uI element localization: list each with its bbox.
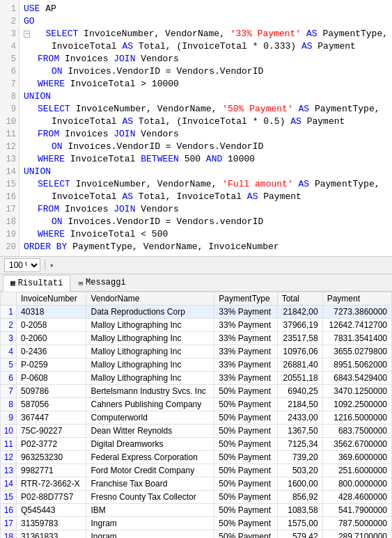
- cell-payment: 3655.0279800: [322, 345, 391, 358]
- code-line-13: WHERE InvoiceTotal BETWEEN 500 AND 10000: [19, 153, 392, 166]
- code-line-14: UNION: [19, 166, 392, 178]
- col-vendor-name: VendorName: [86, 292, 214, 306]
- row-number: 5: [1, 358, 17, 372]
- cell-invoice-number: 587056: [17, 398, 86, 411]
- tab-messaggi[interactable]: ✉ Messaggi: [70, 274, 133, 291]
- row-number: 17: [1, 517, 17, 530]
- row-number: 14: [1, 477, 17, 491]
- table-row[interactable]: 16Q545443IBM50% Payment1083,58541.790000…: [1, 504, 392, 517]
- cell-invoice-number: 9982771: [17, 464, 86, 477]
- cell-payment-type: 50% Payment: [214, 530, 277, 539]
- cell-invoice-number: 0-2436: [17, 345, 86, 358]
- cell-total: 503,20: [277, 464, 322, 477]
- cell-vendor-name: Computerworld: [86, 411, 214, 425]
- cell-invoice-number: Q545443: [17, 504, 86, 517]
- code-line-18: ON Invoices.VendorID = Vendors.vendorID: [19, 216, 392, 228]
- row-number: 2: [1, 319, 17, 332]
- tab-bar: ▦ Risultati ✉ Messaggi: [0, 274, 392, 292]
- tab-risultati[interactable]: ▦ Risultati: [3, 275, 70, 292]
- row-number: 7: [1, 385, 17, 398]
- table-row[interactable]: 6P-0608Malloy Lithographing Inc33% Payme…: [1, 372, 392, 385]
- table-row[interactable]: 8587056Cahners Publishing Company50% Pay…: [1, 398, 392, 411]
- table-row[interactable]: 14RTR-72-3662-XFranchise Tax Board50% Pa…: [1, 477, 392, 491]
- table-row[interactable]: 11P02-3772Digital Dreamworks50% Payment7…: [1, 438, 392, 451]
- tab-risultati-label: Risultati: [18, 278, 63, 288]
- cell-invoice-number: P02-3772: [17, 438, 86, 451]
- code-line-19: WHERE InvoiceTotal < 500: [19, 228, 392, 241]
- table-row[interactable]: 140318Data Reproductions Corp33% Payment…: [1, 306, 392, 319]
- table-row[interactable]: 15P02-88D77S7Fresno County Tax Collector…: [1, 491, 392, 504]
- row-number: 12: [1, 451, 17, 464]
- toolbar-icon: ▾: [49, 261, 54, 270]
- cell-vendor-name: Malloy Lithographing Inc: [86, 372, 214, 385]
- table-row[interactable]: 12963253230Federal Express Corporation50…: [1, 451, 392, 464]
- cell-total: 1575,00: [277, 517, 322, 530]
- cell-payment: 7831.3541400: [322, 332, 391, 345]
- cell-invoice-number: 75C-90227: [17, 425, 86, 438]
- table-row[interactable]: 5P-0259Malloy Lithographing Inc33% Payme…: [1, 358, 392, 372]
- code-line-7: WHERE InvoiceTotal > 10000: [19, 78, 392, 90]
- cell-vendor-name: Digital Dreamworks: [86, 438, 214, 451]
- code-content: USE AP GO − SELECT InvoiceNumber, Vendor…: [19, 0, 392, 256]
- cell-payment-type: 50% Payment: [214, 411, 277, 425]
- row-number: 10: [1, 425, 17, 438]
- code-line-4: InvoiceTotal AS Total, (InvoiceTotal * 0…: [19, 40, 392, 53]
- cell-payment: 12642.7412700: [322, 319, 391, 332]
- table-row[interactable]: 1831361833Ingram50% Payment579,42289.710…: [1, 530, 392, 539]
- cell-vendor-name: Malloy Lithographing Inc: [86, 332, 214, 345]
- cell-invoice-number: P02-88D77S7: [17, 491, 86, 504]
- zoom-select[interactable]: 100 % 75 % 150 %: [4, 258, 40, 272]
- table-row[interactable]: 9367447Computerworld50% Payment2433,0012…: [1, 411, 392, 425]
- cell-payment: 3562.6700000: [322, 438, 391, 451]
- cell-payment: 6843.5429400: [322, 372, 391, 385]
- cell-invoice-number: 0-2058: [17, 319, 86, 332]
- cell-total: 856,92: [277, 491, 322, 504]
- cell-payment: 541.7900000: [322, 504, 391, 517]
- cell-total: 23517,58: [277, 332, 322, 345]
- results-area[interactable]: InvoiceNumber VendorName PaymentType Tot…: [0, 292, 392, 538]
- cell-invoice-number: 31361833: [17, 530, 86, 539]
- table-row[interactable]: 20-2058Malloy Lithographing Inc33% Payme…: [1, 319, 392, 332]
- cell-total: 37966,19: [277, 319, 322, 332]
- cell-payment-type: 33% Payment: [214, 332, 277, 345]
- col-total: Total: [277, 292, 322, 306]
- grid-icon: ▦: [10, 278, 15, 287]
- cell-payment: 683.7500000: [322, 425, 391, 438]
- cell-payment-type: 50% Payment: [214, 438, 277, 451]
- table-row[interactable]: 40-2436Malloy Lithographing Inc33% Payme…: [1, 345, 392, 358]
- cell-total: 20551,18: [277, 372, 322, 385]
- row-number: 9: [1, 411, 17, 425]
- cell-invoice-number: 509786: [17, 385, 86, 398]
- code-line-2: GO: [19, 15, 392, 28]
- table-row[interactable]: 30-2060Malloy Lithographing Inc33% Payme…: [1, 332, 392, 345]
- cell-payment: 1216.5000000: [322, 411, 391, 425]
- cell-invoice-number: 40318: [17, 306, 86, 319]
- table-row[interactable]: 139982771Ford Motor Credit Company50% Pa…: [1, 464, 392, 477]
- cell-vendor-name: Ford Motor Credit Company: [86, 464, 214, 477]
- code-line-10: InvoiceTotal AS Total, (InvoiceTotal * 0…: [19, 116, 392, 128]
- cell-payment: 787.5000000: [322, 517, 391, 530]
- code-line-1: USE AP: [19, 3, 392, 15]
- cell-vendor-name: Malloy Lithographing Inc: [86, 345, 214, 358]
- cell-invoice-number: P-0608: [17, 372, 86, 385]
- row-number: 8: [1, 398, 17, 411]
- cell-invoice-number: 31359783: [17, 517, 86, 530]
- col-rownum: [1, 292, 17, 306]
- toolbar: 100 % 75 % 150 % ▾: [0, 257, 392, 274]
- table-row[interactable]: 1075C-90227Dean Witter Reynolds50% Payme…: [1, 425, 392, 438]
- cell-vendor-name: Ingram: [86, 530, 214, 539]
- row-number: 4: [1, 345, 17, 358]
- cell-total: 1083,58: [277, 504, 322, 517]
- cell-vendor-name: Data Reproductions Corp: [86, 306, 214, 319]
- code-line-8: UNION: [19, 90, 392, 103]
- cell-vendor-name: Federal Express Corporation: [86, 451, 214, 464]
- code-line-16: InvoiceTotal AS Total, InvoiceTotal AS P…: [19, 191, 392, 203]
- collapse-button[interactable]: −: [24, 31, 30, 38]
- col-payment-type: PaymentType: [214, 292, 277, 306]
- cell-payment-type: 50% Payment: [214, 464, 277, 477]
- table-row[interactable]: 1731359783Ingram50% Payment1575,00787.50…: [1, 517, 392, 530]
- tab-messaggi-label: Messaggi: [86, 278, 126, 287]
- cell-vendor-name: Fresno County Tax Collector: [86, 491, 214, 504]
- table-row[interactable]: 7509786Bertelsmann Industry Svcs. Inc50%…: [1, 385, 392, 398]
- cell-payment-type: 50% Payment: [214, 504, 277, 517]
